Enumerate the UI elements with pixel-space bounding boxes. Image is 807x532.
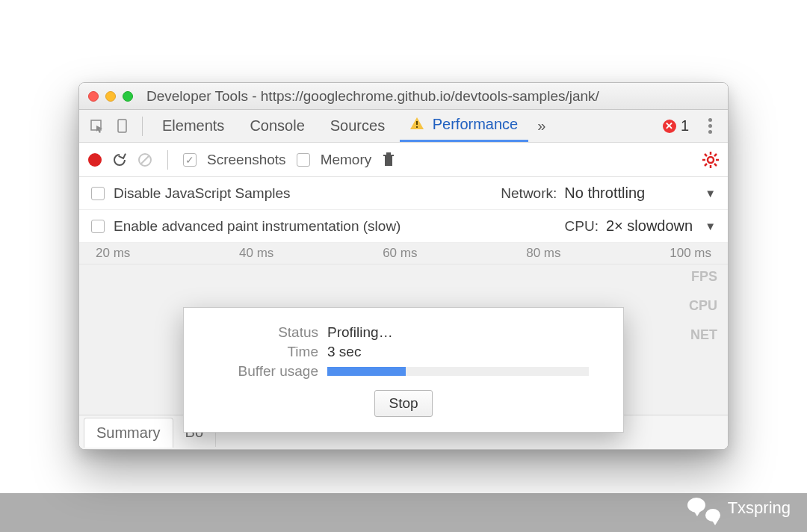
- devtools-window: Developer Tools - https://googlechrome.g…: [78, 82, 729, 450]
- tabs-overflow[interactable]: »: [533, 111, 550, 140]
- track-net: NET: [690, 327, 717, 343]
- error-count: 1: [681, 117, 689, 134]
- window-title: Developer Tools - https://googlechrome.g…: [146, 88, 599, 105]
- track-fps: FPS: [691, 269, 717, 285]
- svg-rect-7: [383, 155, 394, 156]
- dropdown-caret-icon: ▼: [705, 220, 716, 232]
- screenshots-label: Screenshots: [207, 152, 286, 168]
- error-icon: ✕: [663, 120, 676, 133]
- status-value: Profiling…: [327, 324, 393, 341]
- stop-button[interactable]: Stop: [374, 390, 432, 417]
- error-badge[interactable]: ✕ 1: [663, 117, 689, 134]
- buffer-label: Buffer usage: [200, 363, 327, 380]
- tab-performance[interactable]: Performance: [400, 110, 528, 142]
- reload-icon[interactable]: [112, 152, 127, 167]
- timeline-ticks: 20 ms 40 ms 60 ms 80 ms 100 ms: [79, 243, 728, 265]
- disable-js-samples-checkbox[interactable]: [91, 187, 105, 200]
- buffer-progress: [327, 367, 589, 376]
- svg-rect-6: [385, 156, 392, 166]
- maximize-window-button[interactable]: [123, 91, 133, 102]
- disable-js-samples-label: Disable JavaScript Samples: [114, 185, 291, 202]
- performance-toolbar: Screenshots Memory: [79, 143, 728, 177]
- svg-rect-1: [118, 120, 126, 132]
- inspect-element-icon[interactable]: [87, 116, 108, 137]
- tab-summary[interactable]: Summary: [84, 418, 173, 448]
- enable-paint-instr-checkbox[interactable]: [91, 220, 105, 233]
- tab-sources[interactable]: Sources: [320, 111, 395, 140]
- svg-rect-2: [416, 121, 418, 125]
- settings-gear-icon[interactable]: [702, 152, 719, 168]
- watermark-text: Txspring: [728, 498, 791, 518]
- tick: 20 ms: [96, 246, 130, 261]
- separator: [167, 150, 168, 170]
- capture-options: Disable JavaScript Samples Network: No t…: [79, 177, 728, 243]
- status-label: Status: [200, 324, 327, 341]
- time-value: 3 sec: [327, 344, 361, 360]
- minimize-window-button[interactable]: [105, 91, 116, 102]
- memory-checkbox[interactable]: [297, 153, 310, 167]
- profiling-modal: Status Profiling… Time 3 sec Buffer usag…: [183, 307, 624, 433]
- tick: 80 ms: [526, 246, 560, 261]
- svg-line-17: [714, 154, 717, 156]
- track-cpu: CPU: [689, 298, 717, 314]
- separator: [142, 117, 143, 136]
- record-button[interactable]: [88, 153, 102, 167]
- clear-icon[interactable]: [137, 152, 152, 167]
- tab-console[interactable]: Console: [239, 111, 315, 140]
- memory-label: Memory: [321, 152, 372, 168]
- tab-elements[interactable]: Elements: [152, 111, 235, 140]
- watermark: Txspring: [687, 495, 791, 522]
- svg-line-14: [705, 154, 707, 156]
- network-throttling-select[interactable]: No throttling: [564, 185, 645, 202]
- panel-tabs: Elements Console Sources Performance » ✕…: [79, 110, 728, 143]
- cpu-label: CPU:: [565, 218, 599, 235]
- dropdown-caret-icon: ▼: [705, 187, 716, 200]
- kebab-menu-icon[interactable]: [699, 116, 720, 137]
- window-traffic-lights: [88, 91, 133, 102]
- option-row-paint-instr: Enable advanced paint instrumentation (s…: [79, 210, 728, 243]
- screenshots-checkbox[interactable]: [183, 153, 197, 167]
- cpu-throttling-select[interactable]: 2× slowdown: [606, 217, 693, 235]
- enable-paint-instr-label: Enable advanced paint instrumentation (s…: [114, 218, 401, 235]
- svg-point-9: [708, 157, 714, 163]
- svg-line-5: [141, 156, 149, 164]
- tick: 60 ms: [383, 246, 417, 261]
- window-titlebar: Developer Tools - https://googlechrome.g…: [79, 83, 728, 110]
- buffer-progress-fill: [327, 367, 406, 376]
- tick: 40 ms: [239, 246, 273, 261]
- network-label: Network:: [501, 185, 557, 202]
- tick: 100 ms: [670, 246, 711, 261]
- garbage-collect-icon[interactable]: [382, 152, 395, 167]
- device-toolbar-icon[interactable]: [112, 116, 133, 137]
- close-window-button[interactable]: [88, 91, 99, 102]
- svg-line-16: [705, 164, 707, 166]
- svg-rect-3: [416, 126, 418, 128]
- svg-rect-8: [386, 152, 391, 155]
- svg-line-15: [714, 164, 717, 166]
- page-footer-bar: [0, 493, 807, 532]
- time-label: Time: [200, 344, 327, 360]
- wechat-icon: [687, 495, 720, 522]
- warning-icon: [410, 117, 424, 129]
- tab-performance-label: Performance: [433, 116, 519, 132]
- option-row-js-samples: Disable JavaScript Samples Network: No t…: [79, 177, 728, 210]
